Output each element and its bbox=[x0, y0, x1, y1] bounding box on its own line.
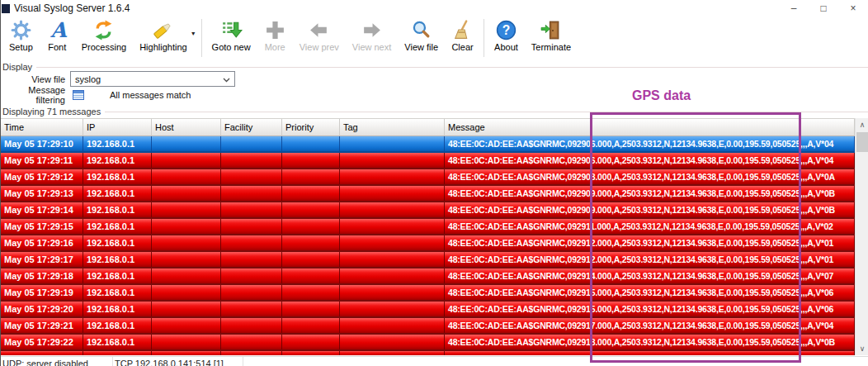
cell-priority bbox=[282, 136, 340, 151]
view-file-button[interactable]: View file bbox=[398, 17, 445, 52]
cell-host bbox=[152, 252, 221, 267]
processing-label: Processing bbox=[82, 42, 126, 52]
table-row[interactable]: May 05 17:29:13 192.168.0.1 48:EE:0C:AD:… bbox=[1, 186, 868, 202]
scroll-up-arrow-icon[interactable]: ∧ bbox=[856, 118, 868, 131]
title-bar: Visual Syslog Server 1.6.4 – □ × bbox=[1, 0, 868, 17]
app-icon bbox=[2, 4, 10, 13]
column-header-host[interactable]: Host bbox=[152, 119, 221, 135]
cell-message: 48:EE:0C:AD:EE:AA$GNRMC,092915.000,A,250… bbox=[445, 285, 855, 300]
highlighting-dropdown-arrow[interactable]: ▼ bbox=[191, 31, 196, 36]
view-file-label: View file bbox=[404, 42, 438, 52]
question-icon: ? bbox=[495, 19, 517, 41]
table-row[interactable]: May 05 17:29:16 192.168.0.1 48:EE:0C:AD:… bbox=[1, 235, 868, 252]
cell-time: May 05 17:29:14 bbox=[1, 202, 83, 217]
cell-message: 48:EE:0C:AD:EE:AA$GNRMC,092912.000,A,250… bbox=[445, 252, 855, 267]
cell-facility bbox=[221, 302, 282, 316]
window-title: Visual Syslog Server 1.6.4 bbox=[14, 2, 130, 14]
cell-message: 48:EE:0C:AD:EE:AA$GNRMC,092911.000,A,250… bbox=[445, 219, 855, 234]
cell-time: May 05 17:29:16 bbox=[1, 235, 83, 250]
cell-facility bbox=[221, 219, 282, 234]
goto-new-button[interactable]: Goto new bbox=[205, 17, 257, 52]
font-label: Font bbox=[48, 42, 66, 52]
cell-facility bbox=[221, 252, 282, 267]
table-row[interactable]: May 05 17:29:10 192.168.0.1 48:EE:0C:AD:… bbox=[1, 136, 868, 153]
filter-settings-icon[interactable] bbox=[73, 90, 84, 100]
close-button[interactable]: × bbox=[838, 0, 868, 17]
table-row[interactable]: May 05 17:29:12 192.168.0.1 48:EE:0C:AD:… bbox=[1, 169, 868, 186]
cell-tag bbox=[340, 136, 445, 151]
cell-ip: 192.168.0.1 bbox=[83, 136, 152, 151]
column-header-tag[interactable]: Tag bbox=[340, 119, 445, 135]
cell-time: May 05 17:29:22 bbox=[1, 335, 83, 349]
clear-button[interactable]: Clear bbox=[445, 17, 480, 52]
cell-facility bbox=[221, 269, 282, 283]
cell-facility bbox=[221, 169, 282, 184]
setup-button[interactable]: Setup bbox=[2, 17, 40, 52]
table-row[interactable]: May 05 17:29:22 192.168.0.1 48:EE:0C:AD:… bbox=[1, 335, 868, 351]
cell-time: May 05 17:29:19 bbox=[1, 285, 83, 300]
gps-data-annotation-label: GPS data bbox=[632, 88, 691, 103]
column-header-ip[interactable]: IP bbox=[83, 119, 152, 135]
cell-message bbox=[445, 351, 855, 355]
cell-priority bbox=[282, 153, 340, 168]
scrollbar-thumb[interactable] bbox=[856, 132, 868, 152]
scroll-down-arrow-icon[interactable]: ∨ bbox=[856, 342, 868, 355]
cell-priority bbox=[282, 302, 340, 316]
table-row[interactable]: May 05 17:29:15 192.168.0.1 48:EE:0C:AD:… bbox=[1, 219, 868, 235]
cell-ip: 192.168.0.1 bbox=[83, 318, 152, 333]
cell-host bbox=[152, 285, 221, 300]
table-row[interactable]: May 05 17:29:20 192.168.0.1 48:EE:0C:AD:… bbox=[1, 302, 868, 318]
cell-message: 48:EE:0C:AD:EE:AA$GNRMC,092915.000,A,250… bbox=[445, 302, 855, 316]
messages-table: Time IP Host Facility Priority Tag Messa… bbox=[1, 118, 868, 355]
cell-tag bbox=[340, 252, 445, 267]
cell-facility bbox=[221, 202, 282, 217]
table-row[interactable]: May 05 17:29:21 192.168.0.1 48:EE:0C:AD:… bbox=[1, 318, 868, 335]
table-row[interactable]: May 05 17:29:17 192.168.0.1 48:EE:0C:AD:… bbox=[1, 252, 868, 269]
highlighting-button[interactable]: Highlighting bbox=[133, 17, 193, 52]
cell-ip: 192.168.0.1 bbox=[83, 235, 152, 250]
column-header-facility[interactable]: Facility bbox=[221, 119, 282, 135]
cell-host bbox=[152, 318, 221, 333]
maximize-button[interactable]: □ bbox=[809, 0, 838, 17]
plus-icon bbox=[264, 19, 286, 41]
cell-ip: 192.168.0.1 bbox=[83, 169, 152, 184]
cell-priority bbox=[282, 252, 340, 267]
minimize-button[interactable]: – bbox=[779, 0, 809, 17]
table-row[interactable]: May 05 17:29:14 192.168.0.1 48:EE:0C:AD:… bbox=[1, 202, 868, 219]
column-header-priority[interactable]: Priority bbox=[282, 119, 340, 135]
view-file-select[interactable]: syslog bbox=[70, 71, 235, 87]
cell-host bbox=[152, 269, 221, 283]
processing-button[interactable]: Processing bbox=[75, 17, 133, 52]
cell-message: 48:EE:0C:AD:EE:AA$GNRMC,092906.000,A,250… bbox=[445, 153, 855, 168]
column-header-time[interactable]: Time bbox=[1, 119, 83, 135]
app-window: Visual Syslog Server 1.6.4 – □ × Setup A… bbox=[0, 0, 868, 366]
clear-label: Clear bbox=[451, 42, 473, 52]
status-empty bbox=[243, 357, 868, 366]
about-button[interactable]: ? About bbox=[488, 17, 525, 52]
vertical-scrollbar[interactable]: ∧ ∨ bbox=[855, 118, 868, 355]
cell-priority bbox=[282, 186, 340, 201]
cell-ip: 192.168.0.1 bbox=[83, 285, 152, 300]
view-prev-label: View prev bbox=[300, 42, 339, 52]
table-row[interactable]: May 05 17:29:19 192.168.0.1 48:EE:0C:AD:… bbox=[1, 285, 868, 302]
column-header-message[interactable]: Message bbox=[445, 119, 855, 135]
cell-facility bbox=[221, 186, 282, 201]
cell-time: May 05 17:29:12 bbox=[1, 169, 83, 184]
view-next-label: View next bbox=[352, 42, 392, 52]
cell-host bbox=[152, 351, 221, 355]
table-row[interactable]: May 05 17:29:18 192.168.0.1 48:EE:0C:AD:… bbox=[1, 269, 868, 285]
table-row[interactable] bbox=[1, 351, 868, 355]
svg-text:?: ? bbox=[502, 23, 511, 37]
terminate-button[interactable]: Terminate bbox=[525, 17, 578, 52]
cell-priority bbox=[282, 285, 340, 300]
processing-icon bbox=[92, 19, 115, 41]
font-button[interactable]: A Font bbox=[40, 17, 75, 52]
table-row[interactable]: May 05 17:29:11 192.168.0.1 48:EE:0C:AD:… bbox=[1, 153, 868, 169]
toolbar-separator bbox=[201, 19, 202, 57]
cell-priority bbox=[282, 235, 340, 250]
cell-message: 48:EE:0C:AD:EE:AA$GNRMC,092918.000,A,250… bbox=[445, 335, 855, 349]
cell-host bbox=[152, 153, 221, 168]
cell-tag bbox=[340, 351, 445, 355]
cell-priority bbox=[282, 202, 340, 217]
message-filtering-label: Message filtering bbox=[1, 85, 65, 105]
